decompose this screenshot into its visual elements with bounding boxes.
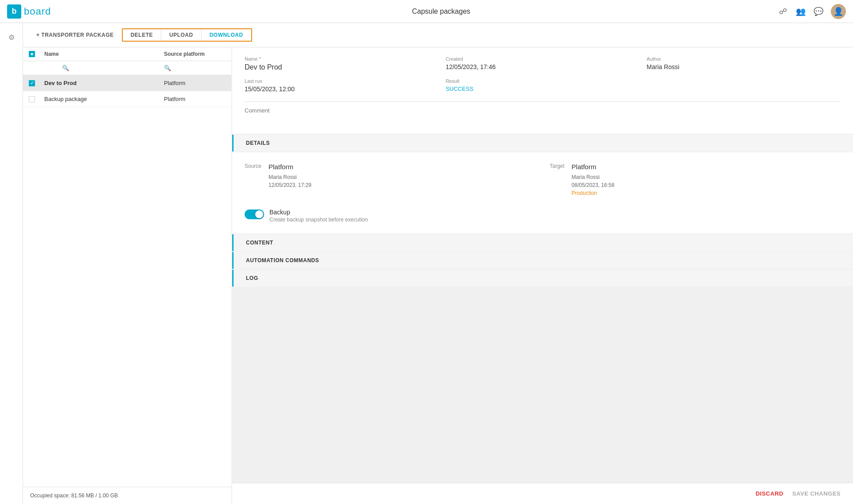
- main-layout: ⚙ + TRANSPORTER PACKAGE DELETE UPLOAD DO…: [0, 23, 853, 504]
- table-row[interactable]: ✓ Dev to Prod Platform: [23, 75, 231, 91]
- name-field: Name * Dev to Prod: [245, 56, 439, 71]
- row-checkbox-col: ✓: [23, 80, 41, 86]
- name-label: Name *: [245, 56, 439, 62]
- source-date: 12/05/2023, 17:29: [269, 182, 312, 188]
- add-transporter-button[interactable]: + TRANSPORTER PACKAGE: [32, 29, 118, 41]
- target-date: 08/05/2023, 16:58: [572, 182, 615, 188]
- name-search-cell: 🔍: [41, 63, 160, 73]
- footer-actions: DISCARD SAVE CHANGES: [232, 483, 853, 504]
- author-label: Author: [647, 56, 841, 62]
- split-view: ■ Name Source platform 🔍 🔍: [23, 47, 853, 504]
- created-field: Created 12/05/2023, 17:46: [446, 56, 640, 71]
- logo-b-icon: b: [7, 4, 21, 19]
- save-changes-button[interactable]: SAVE CHANGES: [792, 490, 841, 497]
- result-label: Result: [446, 78, 640, 84]
- target-section: Target Platform Maria Rossi 08/05/2023, …: [550, 163, 841, 198]
- backup-label-group: Backup Create backup snapshot before exe…: [269, 209, 368, 223]
- detail-panel: Name * Dev to Prod Created 12/05/2023, 1…: [232, 47, 853, 504]
- author-value: Maria Rossi: [647, 63, 841, 70]
- meta-grid: Name * Dev to Prod Created 12/05/2023, 1…: [245, 56, 841, 93]
- header-icons: ☍ 👥 💬 👤: [778, 4, 846, 19]
- target-platform-value: Platform: [572, 163, 615, 171]
- log-section-header[interactable]: LOG: [232, 270, 853, 287]
- discard-button[interactable]: DISCARD: [756, 490, 783, 497]
- comment-icon[interactable]: 💬: [813, 6, 824, 17]
- last-run-label: Last run: [245, 78, 439, 84]
- toggle-knob: [255, 210, 263, 218]
- action-bar: + TRANSPORTER PACKAGE DELETE UPLOAD DOWN…: [23, 23, 853, 47]
- row-1-name: Dev to Prod: [41, 80, 160, 86]
- page-title: Capsule packages: [105, 8, 778, 16]
- left-sidebar: ⚙: [0, 23, 23, 504]
- content-area: + TRANSPORTER PACKAGE DELETE UPLOAD DOWN…: [23, 23, 853, 504]
- user-avatar[interactable]: 👤: [831, 4, 846, 19]
- row-2-source: Platform: [160, 96, 231, 102]
- details-section-content: Source Platform Maria Rossi 12/05/2023, …: [232, 152, 853, 233]
- last-run-value: 15/05/2023, 12:00: [245, 85, 439, 93]
- backup-row: Backup Create backup snapshot before exe…: [245, 209, 841, 223]
- package-table: ■ Name Source platform 🔍 🔍: [23, 47, 231, 487]
- target-user: Maria Rossi: [572, 174, 615, 180]
- delete-button[interactable]: DELETE: [123, 29, 161, 41]
- details-section-header[interactable]: DETAILS: [232, 135, 853, 151]
- row-2-checkbox[interactable]: [29, 96, 35, 102]
- table-header-row: ■ Name Source platform: [23, 47, 231, 61]
- target-env: Production: [572, 190, 615, 196]
- search-row: 🔍 🔍: [23, 61, 231, 75]
- row-1-checkbox[interactable]: ✓: [29, 80, 35, 86]
- row-1-source: Platform: [160, 80, 231, 86]
- table-row[interactable]: Backup package Platform: [23, 91, 231, 107]
- result-field: Result SUCCESS: [446, 78, 640, 93]
- name-value: Dev to Prod: [245, 63, 439, 71]
- occupied-space-label: Occupied space: 81.56 MB / 1.00 GB: [23, 487, 231, 504]
- source-target-grid: Source Platform Maria Rossi 12/05/2023, …: [245, 163, 841, 198]
- name-column-header: Name: [41, 51, 160, 57]
- logo-area: b board: [7, 4, 105, 19]
- source-search-cell: 🔍: [160, 63, 231, 73]
- action-buttons-group: DELETE UPLOAD DOWNLOAD: [122, 28, 252, 42]
- settings-icon[interactable]: ⚙: [4, 30, 19, 44]
- download-button[interactable]: DOWNLOAD: [202, 29, 251, 41]
- package-list-panel: ■ Name Source platform 🔍 🔍: [23, 47, 231, 504]
- created-label: Created: [446, 56, 640, 62]
- backup-label: Backup: [269, 209, 368, 216]
- spacer: [232, 287, 853, 482]
- source-column-header: Source platform: [160, 51, 231, 57]
- logo-name: board: [24, 6, 51, 17]
- backup-toggle[interactable]: [245, 209, 264, 219]
- last-run-field: Last run 15/05/2023, 12:00: [245, 78, 439, 93]
- source-search-icon: 🔍: [164, 65, 171, 71]
- chat-icon[interactable]: ☍: [778, 6, 788, 17]
- author-field: Author Maria Rossi: [647, 56, 841, 71]
- content-section-header[interactable]: CONTENT: [232, 234, 853, 251]
- top-header: b board Capsule packages ☍ 👥 💬 👤: [0, 0, 853, 23]
- header-checkbox-col: ■: [23, 51, 41, 57]
- row-2-name: Backup package: [41, 96, 160, 102]
- detail-info-section: Name * Dev to Prod Created 12/05/2023, 1…: [232, 47, 853, 134]
- select-all-checkbox[interactable]: ■: [29, 51, 35, 57]
- comment-textarea[interactable]: [245, 101, 841, 124]
- row-checkbox-col: [23, 96, 41, 102]
- source-label: Source: [245, 163, 261, 169]
- upload-button[interactable]: UPLOAD: [161, 29, 202, 41]
- source-user: Maria Rossi: [269, 174, 312, 180]
- target-label: Target: [550, 163, 565, 169]
- automation-section-header[interactable]: AUTOMATION COMMANDS: [232, 252, 853, 269]
- users-icon[interactable]: 👥: [795, 6, 806, 17]
- source-section: Source Platform Maria Rossi 12/05/2023, …: [245, 163, 536, 198]
- created-value: 12/05/2023, 17:46: [446, 63, 640, 70]
- name-search-icon: 🔍: [62, 65, 69, 71]
- source-platform-value: Platform: [269, 163, 312, 171]
- backup-description: Create backup snapshot before execution: [269, 217, 368, 223]
- result-value: SUCCESS: [446, 85, 640, 92]
